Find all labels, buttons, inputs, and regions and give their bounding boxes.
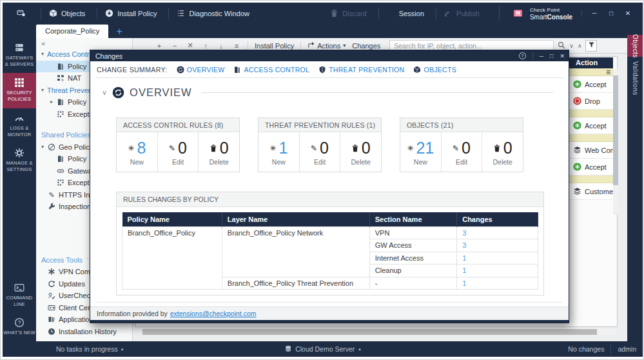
tree-caret-icon [41,85,47,97]
horizontal-scrollbar[interactable] [142,329,616,335]
top-menu-item[interactable] [9,8,41,19]
col-layer-name[interactable]: Layer Name [222,212,369,226]
horizontal-scrollbar-thumb[interactable] [142,329,597,335]
nav-rail-item[interactable]: LOGS & MONITOR [3,108,36,143]
session-action-item[interactable]: Discard [322,8,378,19]
delete-rule-icon[interactable]: ✕ [186,41,195,50]
window-maximize-button[interactable]: □ [603,10,620,17]
summary-link-icon [177,66,184,74]
dialog-help-button[interactable]: ? [519,52,526,59]
dialog-titlebar[interactable]: Changes ? ─ □ ✕ [90,50,569,61]
collapse-panel-icon[interactable]: « [36,39,132,48]
caret-down-icon: ▾ [343,43,346,48]
stat-icon: ✳ [407,144,413,153]
move-down-icon[interactable]: ↓ [217,42,226,50]
col-section-name[interactable]: Section Name [369,212,456,226]
changes-button[interactable]: Changes [352,42,380,50]
add-rule-icon[interactable]: + [155,42,164,50]
filter-button[interactable] [585,40,597,52]
extensions-link[interactable]: extensions@checkpoint.com [170,310,257,317]
stat-value: 0 [178,140,187,156]
right-rail-tab-objects[interactable]: Objects [627,35,643,57]
tasks-status[interactable]: No tasks in progress▴ [56,345,123,353]
summary-link-icon [413,66,421,74]
nav-rail-bottom-item[interactable]: COMMAND LINE [3,278,36,313]
nav-rail-bottom-item[interactable]: ? WHAT'S NEW [3,313,36,341]
session-action-item[interactable]: Publish [436,8,491,19]
changes-count-link[interactable]: 1 [457,252,538,265]
stat-cell: ✎0 Edit [441,132,482,172]
session-action-item[interactable]: Session [378,8,436,19]
changes-status[interactable]: No changes [561,345,610,354]
rule-row-action-cell[interactable]: Drop [569,93,613,110]
action-column-header[interactable]: Action [569,57,613,68]
rule-row-action-cell[interactable]: Web Contro [569,142,613,159]
view-menu-icon[interactable]: ≡ [232,42,241,50]
move-up-icon[interactable]: ↑ [201,42,210,50]
dialog-close-button[interactable]: ✕ [560,53,565,59]
stat-value: 0 [220,140,229,156]
tree-item-label: Policy [68,61,86,73]
summary-nav-link[interactable]: THREAT PREVENTION [318,66,404,74]
rule-row-action-cell[interactable] [569,175,613,183]
rule-row-action-cell[interactable]: Accept [569,159,613,175]
top-menu-item[interactable]: Install Policy [97,8,168,19]
tree-item-label: NAT [68,72,81,85]
changes-count-link[interactable]: 1 [457,265,538,277]
nav-rail-item[interactable]: GATEWAYS & SERVERS [3,38,36,73]
stat-label: New [272,158,286,166]
stat-cell: ✳8 New [117,132,157,172]
tree-item[interactable]: Installation History [36,326,132,338]
search-next-icon[interactable]: ∧ [578,43,582,49]
dialog-minimize-button[interactable]: ─ [540,53,543,59]
nav-rail-item[interactable]: SECURITY POLICIES [3,73,36,108]
remove-rule-icon[interactable]: − [170,42,179,50]
section-collapse-icon[interactable]: ∨ [102,88,107,97]
install-policy-button[interactable]: Install Policy [255,42,294,50]
tree-item-label: Geo Policy [59,141,93,154]
stat-label: Delete [351,158,371,166]
rule-row-action-cell[interactable] [569,110,613,117]
changes-count-link[interactable]: 3 [457,239,538,252]
tree-item-label: Shared Policies [41,129,90,141]
top-menu-item[interactable]: Objects [41,8,97,19]
search-icon[interactable] [558,41,565,50]
server-status[interactable]: Cloud Demo Server▴ [284,345,361,354]
action-value-icon [573,187,581,195]
stat-icon: ✳ [269,144,276,153]
rule-row-action-cell[interactable] [569,134,613,142]
tree-caret-icon [50,96,56,108]
rules-changes-panel: RULES CHANGES BY POLICY Policy Name Laye… [116,192,544,295]
stat-icon [210,145,217,152]
section-name-cell: Internet Access [369,252,456,265]
tree-item-icon [47,143,56,151]
changes-count-link[interactable]: 1 [457,277,538,290]
col-changes[interactable]: Changes [457,212,538,226]
col-policy-name[interactable]: Policy Name [122,212,222,226]
tab-corporate-policy[interactable]: Corporate_Policy [36,25,108,38]
nav-rail-item[interactable]: MANAGE & SETTINGS [3,143,36,178]
summary-nav-link[interactable]: OVERVIEW [177,66,225,74]
rule-row-action-cell[interactable] [569,68,613,76]
tree-caret-icon [41,48,47,61]
rule-row-action-cell[interactable]: Accept [569,117,613,134]
dialog-maximize-button[interactable]: □ [550,53,553,59]
action-value-label: Web Contro [585,146,613,154]
summary-nav-link[interactable]: OBJECTS [413,66,456,74]
top-menu-item[interactable]: Diagnostic Window [168,8,261,19]
changes-count-link[interactable]: 3 [457,226,538,239]
nav-rail-icon: ? [14,317,24,328]
window-close-button[interactable]: ✕ [620,10,636,17]
window-minimize-button[interactable]: ─ [586,10,603,17]
rule-row-action-cell[interactable]: Customer S [569,183,613,200]
nav-rail-label: WHAT'S NEW [3,330,35,336]
rule-row-action-cell[interactable]: Accept [569,76,613,93]
summary-nav-link[interactable]: ACCESS CONTROL [233,66,309,74]
search-prev-icon[interactable]: ∨ [569,43,574,49]
actions-menu-button[interactable]: Actions▾ [307,41,346,50]
action-value-label: Accept [585,163,607,171]
new-tab-button[interactable]: + [116,26,122,38]
vertical-scrollbar[interactable] [613,69,618,215]
vertical-scrollbar-thumb[interactable] [613,75,618,185]
right-rail-tab-validations[interactable]: Validations [627,60,643,96]
